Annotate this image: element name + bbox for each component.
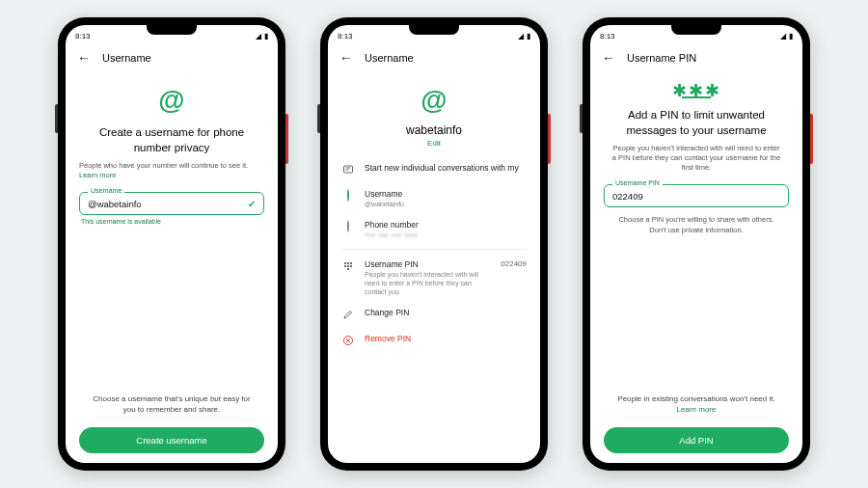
notch bbox=[147, 25, 197, 35]
footer-note: People in existing conversations won't n… bbox=[611, 394, 781, 416]
battery-icon: ▮ bbox=[527, 32, 530, 41]
learn-more-link[interactable]: Learn more bbox=[79, 171, 116, 179]
username-input[interactable]: @wabetainfo bbox=[88, 199, 142, 209]
appbar-title: Username bbox=[365, 52, 414, 64]
svg-point-6 bbox=[350, 265, 352, 267]
add-pin-button[interactable]: Add PIN bbox=[604, 427, 789, 453]
phone-mockup-3: 8:13 ◢ ▮ ← Username PIN ✱✱✱ Add a PIN to… bbox=[583, 17, 810, 471]
svg-point-2 bbox=[347, 262, 349, 264]
option-sub: +•• ••• ••• •••• bbox=[365, 230, 527, 239]
page-heading: Create a username for phone number priva… bbox=[85, 125, 258, 155]
phone-mockup-2: 8:13 ◢ ▮ ← Username @ wabetainfo Edit St… bbox=[320, 17, 548, 471]
app-bar: ← Username PIN bbox=[590, 44, 802, 71]
page-subtext: People who have your number will continu… bbox=[79, 161, 264, 180]
back-button[interactable]: ← bbox=[602, 50, 615, 66]
pin-field[interactable]: Username PIN 022409 bbox=[604, 184, 789, 207]
appbar-title: Username bbox=[102, 52, 151, 64]
svg-point-3 bbox=[350, 262, 352, 264]
at-icon: @ bbox=[79, 83, 264, 118]
chat-icon bbox=[341, 164, 355, 177]
status-icons: ◢ ▮ bbox=[518, 32, 530, 41]
option-title: Username bbox=[365, 189, 527, 199]
app-bar: ← Username bbox=[66, 44, 278, 71]
screen-username-settings: 8:13 ◢ ▮ ← Username @ wabetainfo Edit St… bbox=[328, 25, 540, 463]
field-label: Username PIN bbox=[612, 179, 663, 186]
svg-point-1 bbox=[344, 262, 346, 264]
app-bar: ← Username bbox=[328, 44, 540, 71]
choose-note: Choose a PIN you're willing to share wit… bbox=[611, 215, 781, 234]
svg-point-5 bbox=[347, 265, 349, 267]
edit-link[interactable]: Edit bbox=[341, 139, 527, 148]
screen-add-pin: 8:13 ◢ ▮ ← Username PIN ✱✱✱ Add a PIN to… bbox=[590, 25, 802, 463]
status-icons: ◢ ▮ bbox=[780, 32, 793, 41]
pencil-icon bbox=[341, 309, 355, 322]
check-icon: ✔ bbox=[248, 199, 256, 209]
svg-point-7 bbox=[347, 268, 349, 270]
battery-icon: ▮ bbox=[264, 32, 268, 41]
keypad-icon bbox=[341, 260, 355, 274]
field-label: Username bbox=[88, 187, 124, 194]
svg-rect-0 bbox=[344, 166, 353, 173]
back-button[interactable]: ← bbox=[77, 50, 91, 66]
page-heading: Add a PIN to limit unwanted messages to … bbox=[610, 108, 783, 138]
availability-hint: This username is available bbox=[81, 218, 262, 225]
appbar-title: Username PIN bbox=[627, 52, 696, 64]
back-button[interactable]: ← bbox=[339, 50, 353, 66]
content-area: @ Create a username for phone number pri… bbox=[66, 71, 278, 463]
section-header-row: Start new individual conversations with … bbox=[341, 157, 527, 183]
content-area: ✱✱✱ Add a PIN to limit unwanted messages… bbox=[590, 71, 802, 463]
option-phone[interactable]: Phone number +•• ••• ••• •••• bbox=[341, 214, 527, 245]
option-username[interactable]: Username @wabetainfo bbox=[341, 183, 527, 214]
battery-icon: ▮ bbox=[789, 32, 793, 41]
signal-icon: ◢ bbox=[780, 32, 786, 41]
option-sub: @wabetainfo bbox=[365, 200, 527, 208]
remove-pin-row[interactable]: Remove PIN bbox=[341, 328, 527, 354]
username-display: wabetainfo bbox=[341, 123, 527, 137]
pin-icon: ✱✱✱ bbox=[604, 87, 789, 98]
section-title: Start new individual conversations with … bbox=[365, 163, 527, 173]
radio-unselected-icon bbox=[347, 220, 349, 232]
status-time: 8:13 bbox=[600, 32, 615, 41]
row-desc: People you haven't interacted with will … bbox=[365, 270, 491, 296]
username-pin-row[interactable]: Username PIN People you haven't interact… bbox=[341, 254, 527, 302]
radio-selected-icon bbox=[347, 189, 349, 202]
page-subtext: People you haven't interacted with will … bbox=[611, 144, 781, 173]
pin-value: 022409 bbox=[501, 259, 527, 268]
learn-more-link[interactable]: Learn more bbox=[677, 405, 717, 414]
change-pin-row[interactable]: Change PIN bbox=[341, 302, 527, 328]
svg-point-4 bbox=[344, 265, 346, 267]
notch bbox=[671, 25, 721, 35]
status-time: 8:13 bbox=[75, 32, 91, 41]
content-area: @ wabetainfo Edit Start new individual c… bbox=[328, 71, 540, 463]
signal-icon: ◢ bbox=[256, 32, 261, 41]
signal-icon: ◢ bbox=[518, 32, 524, 41]
create-username-button[interactable]: Create username bbox=[79, 427, 264, 453]
row-title: Change PIN bbox=[365, 308, 527, 317]
pin-input[interactable]: 022409 bbox=[612, 191, 643, 202]
screen-create-username: 8:13 ◢ ▮ ← Username @ Create a username … bbox=[66, 25, 278, 463]
footer-note: Choose a username that's unique but easy… bbox=[87, 394, 257, 416]
row-title: Remove PIN bbox=[365, 334, 527, 343]
option-title: Phone number bbox=[365, 220, 527, 230]
remove-icon bbox=[341, 335, 355, 348]
notch bbox=[409, 25, 459, 35]
divider bbox=[341, 249, 527, 250]
row-title: Username PIN bbox=[365, 259, 491, 269]
status-time: 8:13 bbox=[338, 32, 353, 41]
at-icon: @ bbox=[341, 83, 527, 118]
username-field[interactable]: Username @wabetainfo ✔ bbox=[79, 192, 264, 215]
phone-mockup-1: 8:13 ◢ ▮ ← Username @ Create a username … bbox=[58, 17, 285, 471]
status-icons: ◢ ▮ bbox=[256, 32, 268, 41]
